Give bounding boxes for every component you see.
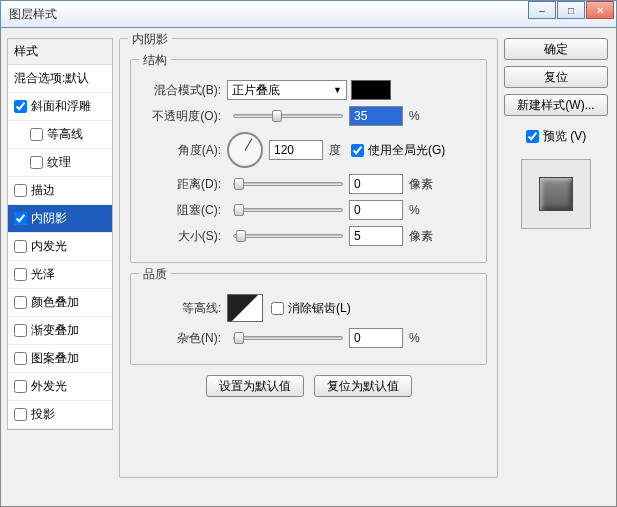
maximize-button[interactable]: □ [557,1,585,19]
new-style-button[interactable]: 新建样式(W)... [504,94,608,116]
style-checkbox-2[interactable] [30,128,43,141]
style-label-2: 等高线 [47,126,83,143]
opacity-input[interactable] [349,106,403,126]
titlebar: 图层样式 – □ ✕ [0,0,617,28]
angle-input[interactable] [269,140,323,160]
structure-group: 结构 混合模式(B): 正片叠底 ▼ 不透明度(O): % 角度( [130,59,487,263]
style-label-12: 投影 [31,406,55,423]
style-checkbox-6[interactable] [14,240,27,253]
style-label-0: 混合选项:默认 [14,70,89,87]
style-label-7: 光泽 [31,266,55,283]
set-default-button[interactable]: 设置为默认值 [206,375,304,397]
style-checkbox-12[interactable] [14,408,27,421]
reset-button[interactable]: 复位 [504,66,608,88]
style-label-6: 内发光 [31,238,67,255]
opacity-unit: % [409,109,420,123]
size-unit: 像素 [409,228,433,245]
style-checkbox-4[interactable] [14,184,27,197]
style-label-9: 渐变叠加 [31,322,79,339]
style-checkbox-7[interactable] [14,268,27,281]
style-checkbox-3[interactable] [30,156,43,169]
blend-mode-value: 正片叠底 [232,82,280,99]
global-light-checkbox[interactable]: 使用全局光(G) [351,142,445,159]
style-row-4[interactable]: 描边 [8,177,112,205]
ok-button[interactable]: 确定 [504,38,608,60]
style-label-3: 纹理 [47,154,71,171]
preview-label: 预览 (V) [543,128,586,145]
style-label-11: 外发光 [31,378,67,395]
choke-input[interactable] [349,200,403,220]
style-checkbox-9[interactable] [14,324,27,337]
reset-default-button[interactable]: 复位为默认值 [314,375,412,397]
style-checkbox-5[interactable] [14,212,27,225]
inner-shadow-group: 内阴影 结构 混合模式(B): 正片叠底 ▼ 不透明度(O): % [119,38,498,478]
choke-label: 阻塞(C): [141,202,227,219]
style-row-6[interactable]: 内发光 [8,233,112,261]
window-buttons: – □ ✕ [527,1,614,19]
noise-unit: % [409,331,420,345]
window-title: 图层样式 [9,6,57,23]
contour-picker[interactable] [227,294,263,322]
style-row-1[interactable]: 斜面和浮雕 [8,93,112,121]
right-panel: 确定 复位 新建样式(W)... 预览 (V) [504,38,608,498]
inner-shadow-legend: 内阴影 [128,31,172,48]
style-label-4: 描边 [31,182,55,199]
distance-input[interactable] [349,174,403,194]
style-checkbox-10[interactable] [14,352,27,365]
style-label-8: 颜色叠加 [31,294,79,311]
global-light-input[interactable] [351,144,364,157]
style-label-10: 图案叠加 [31,350,79,367]
contour-label: 等高线: [141,300,227,317]
style-row-8[interactable]: 颜色叠加 [8,289,112,317]
antialias-checkbox[interactable]: 消除锯齿(L) [271,300,351,317]
style-row-2[interactable]: 等高线 [8,121,112,149]
style-row-7[interactable]: 光泽 [8,261,112,289]
close-button[interactable]: ✕ [586,1,614,19]
distance-slider[interactable] [233,182,343,186]
global-light-label: 使用全局光(G) [368,142,445,159]
opacity-slider[interactable] [233,114,343,118]
choke-slider[interactable] [233,208,343,212]
style-label-5: 内阴影 [31,210,67,227]
structure-legend: 结构 [139,52,171,69]
style-row-10[interactable]: 图案叠加 [8,345,112,373]
size-slider[interactable] [233,234,343,238]
distance-label: 距离(D): [141,176,227,193]
antialias-label: 消除锯齿(L) [288,300,351,317]
antialias-input[interactable] [271,302,284,315]
shadow-color-swatch[interactable] [351,80,391,100]
style-row-0[interactable]: 混合选项:默认 [8,65,112,93]
noise-slider[interactable] [233,336,343,340]
style-row-11[interactable]: 外发光 [8,373,112,401]
chevron-down-icon: ▼ [333,85,342,95]
choke-unit: % [409,203,420,217]
preview-swatch [539,177,573,211]
styles-header: 样式 [8,39,112,65]
quality-group: 品质 等高线: 消除锯齿(L) 杂色(N): % [130,273,487,365]
style-row-9[interactable]: 渐变叠加 [8,317,112,345]
blend-mode-label: 混合模式(B): [141,82,227,99]
minimize-button[interactable]: – [528,1,556,19]
preview-input[interactable] [526,130,539,143]
style-checkbox-11[interactable] [14,380,27,393]
blend-mode-combo[interactable]: 正片叠底 ▼ [227,80,347,100]
style-row-3[interactable]: 纹理 [8,149,112,177]
angle-unit: 度 [329,142,341,159]
style-checkbox-1[interactable] [14,100,27,113]
noise-input[interactable] [349,328,403,348]
distance-unit: 像素 [409,176,433,193]
noise-label: 杂色(N): [141,330,227,347]
angle-dial[interactable] [227,132,263,168]
size-input[interactable] [349,226,403,246]
dialog-body: 样式 混合选项:默认斜面和浮雕等高线纹理描边内阴影内发光光泽颜色叠加渐变叠加图案… [0,28,617,507]
style-checkbox-8[interactable] [14,296,27,309]
opacity-label: 不透明度(O): [141,108,227,125]
size-label: 大小(S): [141,228,227,245]
preview-box [521,159,591,229]
style-row-12[interactable]: 投影 [8,401,112,429]
style-label-1: 斜面和浮雕 [31,98,91,115]
settings-panel: 内阴影 结构 混合模式(B): 正片叠底 ▼ 不透明度(O): % [119,38,498,498]
preview-checkbox[interactable]: 预览 (V) [504,128,608,145]
quality-legend: 品质 [139,266,171,283]
style-row-5[interactable]: 内阴影 [8,205,112,233]
